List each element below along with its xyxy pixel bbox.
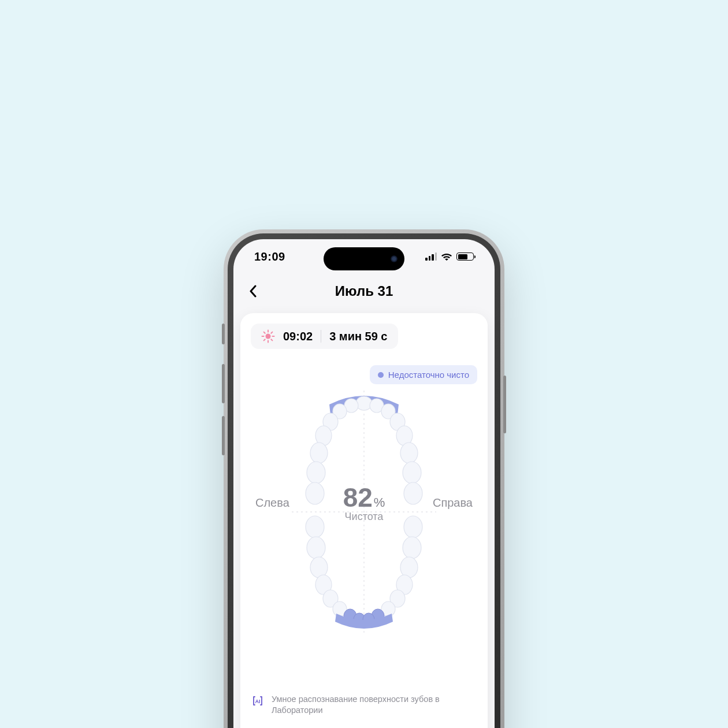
session-card: 09:02 3 мин 59 с Недостаточно чисто xyxy=(240,313,488,728)
svg-point-11 xyxy=(356,396,372,410)
session-start-time: 09:02 xyxy=(283,330,313,343)
front-camera-icon xyxy=(391,255,398,262)
phone-volume-down xyxy=(222,416,225,455)
phone-screen: 19:09 Июль 31 xyxy=(233,239,495,728)
ai-feature-row[interactable]: AI Умное распознавание поверхности зубов… xyxy=(251,694,477,716)
battery-icon xyxy=(456,252,474,261)
ai-feature-text: Умное распознавание поверхности зубов в … xyxy=(272,694,477,716)
session-time-pill: 09:02 3 мин 59 с xyxy=(251,324,398,349)
svg-line-5 xyxy=(264,332,265,333)
score-label: Чистота xyxy=(251,511,477,523)
status-time: 19:09 xyxy=(254,250,285,263)
svg-text:AI: AI xyxy=(255,699,261,704)
app-header: Июль 31 xyxy=(240,274,488,309)
status-dot-icon xyxy=(378,372,384,378)
cleanliness-status-label: Недостаточно чисто xyxy=(388,370,469,380)
svg-line-8 xyxy=(271,332,272,333)
svg-point-0 xyxy=(266,334,271,339)
session-duration: 3 мин 59 с xyxy=(329,330,387,343)
score-value: 82 xyxy=(343,482,373,513)
cellular-signal-icon xyxy=(425,252,437,261)
back-button[interactable] xyxy=(240,278,266,304)
svg-line-6 xyxy=(271,339,272,340)
cleanliness-score: 82% Чистота xyxy=(251,482,477,523)
dynamic-island xyxy=(324,247,404,270)
svg-point-31 xyxy=(400,557,418,578)
svg-point-22 xyxy=(307,462,325,484)
svg-point-29 xyxy=(403,537,421,559)
svg-point-28 xyxy=(307,537,325,559)
teeth-diagram: Слева Справа 82% Чистота xyxy=(251,384,477,638)
phone-power-button xyxy=(503,376,506,433)
ai-icon: AI xyxy=(251,694,265,708)
svg-line-7 xyxy=(264,339,265,340)
svg-point-30 xyxy=(310,557,328,578)
phone-frame: 19:09 Июль 31 xyxy=(225,231,503,728)
cleanliness-status-chip: Недостаточно чисто xyxy=(370,365,477,384)
svg-point-21 xyxy=(400,443,418,463)
page-title: Июль 31 xyxy=(240,283,488,299)
svg-point-23 xyxy=(403,462,421,484)
svg-point-20 xyxy=(310,443,328,463)
sun-icon xyxy=(261,329,275,343)
wifi-icon xyxy=(441,252,452,261)
score-unit: % xyxy=(374,495,385,510)
phone-mute-switch xyxy=(222,324,225,344)
phone-volume-up xyxy=(222,364,225,403)
